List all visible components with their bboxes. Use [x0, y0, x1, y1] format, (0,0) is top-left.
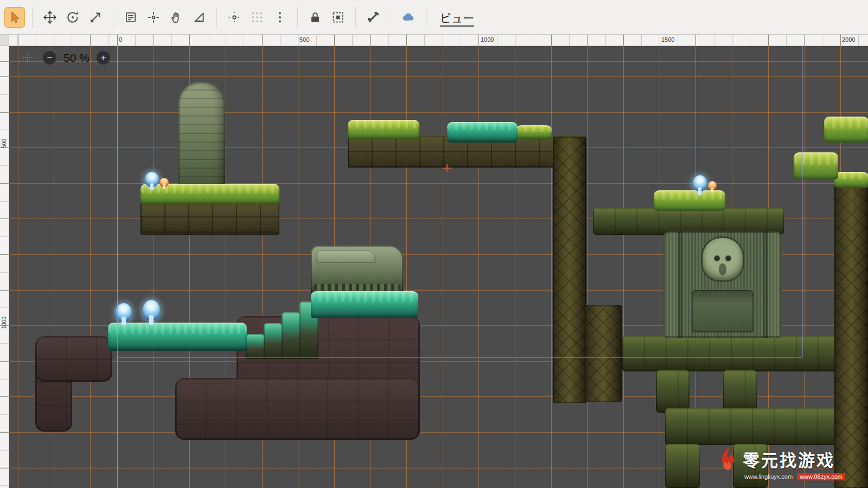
watermark-url-2: www.06zyx.com	[797, 473, 845, 480]
ruler-label: 1000	[481, 36, 494, 43]
ancient-statue[interactable]	[663, 232, 782, 338]
glow-mushroom[interactable]	[143, 300, 160, 320]
column-main[interactable]	[553, 137, 586, 403]
teal-platform-left[interactable]	[108, 323, 247, 351]
view-menu-label: ビュー	[440, 12, 474, 27]
toolbar-separator	[355, 7, 356, 28]
right-pillar[interactable]	[665, 444, 700, 488]
ruler-label: 500	[299, 36, 309, 43]
platform-a-grass[interactable]	[141, 184, 279, 204]
guide-line-horizontal	[117, 357, 802, 358]
ruler-vertical[interactable]: 5001000	[0, 46, 9, 488]
canvas[interactable]: − 50 % + 零元找游戏 www.lingliuyx.com www.06z…	[9, 46, 868, 488]
platform-b-grass-right[interactable]	[516, 125, 552, 139]
toolbar: ビュー	[0, 0, 868, 35]
ruler-label: 2000	[842, 36, 855, 43]
small-mushroom[interactable]	[708, 181, 717, 190]
paint-button[interactable]	[398, 7, 419, 28]
platform-b-grass-left[interactable]	[348, 120, 419, 139]
ruined-vehicle[interactable]	[311, 246, 403, 297]
small-mushroom[interactable]	[159, 178, 169, 187]
rotate-tool[interactable]	[62, 7, 83, 28]
zoom-out-button[interactable]: −	[43, 51, 56, 65]
right-pillar[interactable]	[656, 370, 690, 413]
smart-snap-toggle[interactable]	[224, 7, 245, 28]
stair-step[interactable]	[264, 323, 283, 359]
teal-platform-mid[interactable]	[311, 291, 418, 318]
select-list-tool[interactable]	[120, 7, 141, 28]
glow-mushroom[interactable]	[693, 175, 707, 191]
platform-a-base[interactable]	[141, 201, 279, 235]
glow-mushroom[interactable]	[145, 172, 159, 187]
watermark-site-name: 零元找游戏	[743, 447, 835, 471]
measure-tool[interactable]	[189, 7, 209, 28]
right-upper-bar[interactable]	[622, 336, 868, 371]
column-right-edge[interactable]	[834, 178, 868, 488]
toolbar-separator	[297, 7, 298, 28]
origin-gizmo-icon	[21, 51, 34, 64]
lock-button[interactable]	[305, 7, 326, 28]
terrain-left-arm[interactable]	[35, 336, 112, 382]
ruler-label: 500	[1, 139, 7, 148]
top-right-grass-lower[interactable]	[794, 152, 838, 179]
toolbar-separator	[32, 7, 33, 28]
toolbar-separator	[113, 7, 113, 28]
platform-b-teal[interactable]	[447, 122, 518, 143]
origin-axis-line	[117, 46, 118, 488]
ruler-label: 1000	[1, 317, 7, 329]
right-pillar[interactable]	[723, 370, 757, 413]
ruler-corner	[0, 35, 9, 46]
ruler-horizontal[interactable]: 0500100015002000	[9, 35, 868, 46]
toolbar-separator	[391, 7, 391, 28]
watermark: 零元找游戏 www.lingliuyx.com www.06zyx.com	[717, 446, 845, 480]
zoom-controls: − 50 % +	[43, 51, 110, 65]
column-right-grass[interactable]	[834, 172, 868, 188]
flame-logo-icon	[717, 446, 739, 471]
scale-tool[interactable]	[85, 7, 106, 28]
group-button[interactable]	[328, 7, 348, 28]
zoom-level: 50 %	[63, 52, 90, 65]
guide-line-vertical	[802, 46, 803, 357]
pivot-tool[interactable]	[143, 7, 164, 28]
toolbar-tools	[4, 7, 431, 28]
stair-step[interactable]	[282, 312, 301, 359]
toolbar-separator	[426, 7, 426, 28]
pan-tool[interactable]	[166, 7, 187, 28]
platform-c-grass[interactable]	[654, 190, 725, 211]
terrain-bottom[interactable]	[175, 378, 419, 440]
position-marker	[443, 164, 451, 172]
platform-c-base[interactable]	[593, 208, 784, 235]
view-menu-button[interactable]: ビュー	[431, 5, 483, 30]
toolbar-separator	[216, 7, 217, 28]
watermark-url-1: www.lingliuyx.com	[744, 473, 793, 480]
objects-layer	[9, 46, 868, 488]
top-right-grass-upper[interactable]	[824, 117, 868, 143]
level-editor-window: ビュー 0500100015002000 5001000 − 50 % +	[0, 0, 868, 488]
move-tool[interactable]	[40, 7, 60, 28]
column-foot[interactable]	[585, 305, 622, 402]
select-tool[interactable]	[4, 7, 25, 28]
stone-monument[interactable]	[178, 82, 225, 189]
ruler-label: 1500	[661, 36, 674, 43]
ruler-label: 0	[119, 36, 122, 43]
snap-options-menu[interactable]	[270, 7, 290, 28]
zoom-in-button[interactable]: +	[97, 51, 110, 65]
skeleton-button[interactable]	[363, 7, 384, 28]
stair-step[interactable]	[246, 334, 265, 359]
grid-snap-toggle[interactable]	[247, 7, 267, 28]
